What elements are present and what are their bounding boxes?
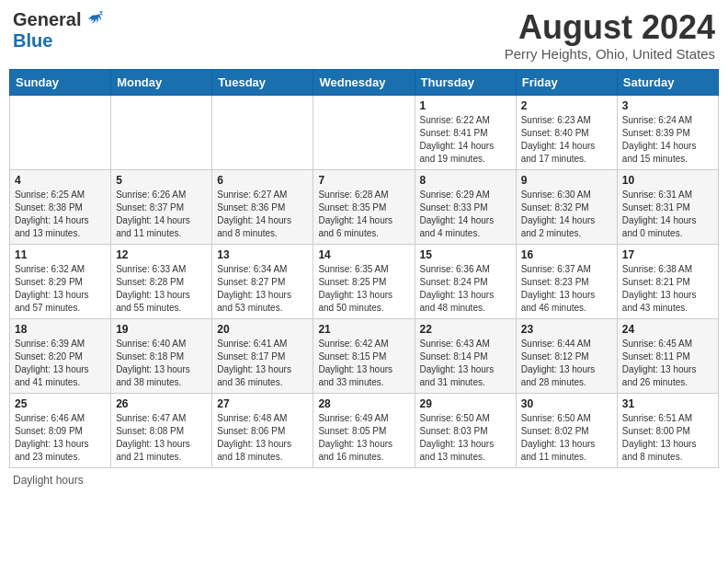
page-header: General Blue August 2024 Perry Heights, … (9, 9, 719, 62)
day-info: Sunrise: 6:29 AM Sunset: 8:33 PM Dayligh… (420, 189, 511, 240)
calendar-cell: 6Sunrise: 6:27 AM Sunset: 8:36 PM Daylig… (212, 169, 313, 244)
day-number: 4 (15, 174, 106, 187)
day-number: 24 (622, 323, 713, 336)
calendar-cell: 16Sunrise: 6:37 AM Sunset: 8:23 PM Dayli… (516, 244, 617, 318)
day-number: 21 (318, 323, 409, 336)
calendar-cell: 14Sunrise: 6:35 AM Sunset: 8:25 PM Dayli… (313, 244, 415, 318)
calendar-cell: 31Sunrise: 6:51 AM Sunset: 8:00 PM Dayli… (617, 393, 718, 467)
calendar-cell: 2Sunrise: 6:23 AM Sunset: 8:40 PM Daylig… (516, 95, 617, 169)
day-number: 30 (521, 397, 612, 410)
weekday-header-wednesday: Wednesday (313, 69, 415, 95)
calendar-cell: 29Sunrise: 6:50 AM Sunset: 8:03 PM Dayli… (415, 393, 516, 467)
day-info: Sunrise: 6:32 AM Sunset: 8:29 PM Dayligh… (15, 263, 106, 315)
calendar-cell: 25Sunrise: 6:46 AM Sunset: 8:09 PM Dayli… (10, 393, 111, 467)
footer: Daylight hours (9, 474, 719, 487)
day-info: Sunrise: 6:26 AM Sunset: 8:37 PM Dayligh… (116, 189, 207, 240)
title-area: August 2024 Perry Heights, Ohio, United … (505, 9, 715, 62)
day-number: 1 (420, 99, 511, 112)
calendar-cell: 27Sunrise: 6:48 AM Sunset: 8:06 PM Dayli… (212, 393, 313, 467)
day-number: 27 (217, 397, 308, 410)
day-info: Sunrise: 6:41 AM Sunset: 8:17 PM Dayligh… (217, 338, 308, 389)
calendar-cell: 4Sunrise: 6:25 AM Sunset: 8:38 PM Daylig… (10, 169, 111, 244)
weekday-header-monday: Monday (111, 69, 212, 95)
day-info: Sunrise: 6:50 AM Sunset: 8:03 PM Dayligh… (420, 412, 511, 464)
logo-bird-icon (85, 10, 105, 30)
calendar-cell: 24Sunrise: 6:45 AM Sunset: 8:11 PM Dayli… (617, 318, 718, 393)
day-number: 9 (521, 174, 612, 187)
day-number: 17 (622, 248, 713, 261)
calendar-cell: 22Sunrise: 6:43 AM Sunset: 8:14 PM Dayli… (415, 318, 516, 393)
day-number: 18 (15, 323, 106, 336)
day-info: Sunrise: 6:25 AM Sunset: 8:38 PM Dayligh… (15, 189, 106, 240)
day-number: 19 (116, 323, 207, 336)
day-number: 14 (318, 248, 409, 261)
day-number: 11 (15, 248, 106, 261)
day-number: 26 (116, 397, 207, 410)
calendar-cell (111, 95, 212, 169)
calendar-week-5: 25Sunrise: 6:46 AM Sunset: 8:09 PM Dayli… (10, 393, 719, 467)
weekday-header-sunday: Sunday (10, 69, 111, 95)
calendar-cell: 23Sunrise: 6:44 AM Sunset: 8:12 PM Dayli… (516, 318, 617, 393)
logo-blue-text: Blue (13, 30, 52, 52)
day-number: 20 (217, 323, 308, 336)
calendar-cell: 1Sunrise: 6:22 AM Sunset: 8:41 PM Daylig… (415, 95, 516, 169)
calendar-week-4: 18Sunrise: 6:39 AM Sunset: 8:20 PM Dayli… (10, 318, 719, 393)
day-info: Sunrise: 6:31 AM Sunset: 8:31 PM Dayligh… (622, 189, 713, 240)
calendar-table: SundayMondayTuesdayWednesdayThursdayFrid… (9, 69, 719, 468)
day-number: 5 (116, 174, 207, 187)
location: Perry Heights, Ohio, United States (505, 46, 715, 62)
day-info: Sunrise: 6:46 AM Sunset: 8:09 PM Dayligh… (15, 412, 106, 464)
day-info: Sunrise: 6:44 AM Sunset: 8:12 PM Dayligh… (521, 338, 612, 389)
calendar-cell: 21Sunrise: 6:42 AM Sunset: 8:15 PM Dayli… (313, 318, 415, 393)
logo-general-text: General (13, 9, 81, 30)
day-number: 13 (217, 248, 308, 261)
day-info: Sunrise: 6:34 AM Sunset: 8:27 PM Dayligh… (217, 263, 308, 315)
day-info: Sunrise: 6:27 AM Sunset: 8:36 PM Dayligh… (217, 189, 308, 240)
calendar-cell: 19Sunrise: 6:40 AM Sunset: 8:18 PM Dayli… (111, 318, 212, 393)
day-number: 10 (622, 174, 713, 187)
day-info: Sunrise: 6:47 AM Sunset: 8:08 PM Dayligh… (116, 412, 207, 464)
calendar-cell: 11Sunrise: 6:32 AM Sunset: 8:29 PM Dayli… (10, 244, 111, 318)
day-info: Sunrise: 6:39 AM Sunset: 8:20 PM Dayligh… (15, 338, 106, 389)
calendar-week-2: 4Sunrise: 6:25 AM Sunset: 8:38 PM Daylig… (10, 169, 719, 244)
day-info: Sunrise: 6:35 AM Sunset: 8:25 PM Dayligh… (318, 263, 409, 315)
day-info: Sunrise: 6:37 AM Sunset: 8:23 PM Dayligh… (521, 263, 612, 315)
day-number: 12 (116, 248, 207, 261)
weekday-header-thursday: Thursday (415, 69, 516, 95)
calendar-cell (10, 95, 111, 169)
day-number: 22 (420, 323, 511, 336)
calendar-cell: 7Sunrise: 6:28 AM Sunset: 8:35 PM Daylig… (313, 169, 415, 244)
day-info: Sunrise: 6:42 AM Sunset: 8:15 PM Dayligh… (318, 338, 409, 389)
day-number: 6 (217, 174, 308, 187)
calendar-cell: 3Sunrise: 6:24 AM Sunset: 8:39 PM Daylig… (617, 95, 718, 169)
calendar-cell: 17Sunrise: 6:38 AM Sunset: 8:21 PM Dayli… (617, 244, 718, 318)
weekday-header-saturday: Saturday (617, 69, 718, 95)
calendar-cell: 10Sunrise: 6:31 AM Sunset: 8:31 PM Dayli… (617, 169, 718, 244)
day-number: 29 (420, 397, 511, 410)
day-info: Sunrise: 6:24 AM Sunset: 8:39 PM Dayligh… (622, 114, 713, 166)
calendar-cell: 20Sunrise: 6:41 AM Sunset: 8:17 PM Dayli… (212, 318, 313, 393)
calendar-cell: 30Sunrise: 6:50 AM Sunset: 8:02 PM Dayli… (516, 393, 617, 467)
calendar-cell: 26Sunrise: 6:47 AM Sunset: 8:08 PM Dayli… (111, 393, 212, 467)
day-info: Sunrise: 6:23 AM Sunset: 8:40 PM Dayligh… (521, 114, 612, 166)
day-number: 25 (15, 397, 106, 410)
day-info: Sunrise: 6:49 AM Sunset: 8:05 PM Dayligh… (318, 412, 409, 464)
day-info: Sunrise: 6:38 AM Sunset: 8:21 PM Dayligh… (622, 263, 713, 315)
day-number: 3 (622, 99, 713, 112)
day-number: 15 (420, 248, 511, 261)
calendar-cell: 28Sunrise: 6:49 AM Sunset: 8:05 PM Dayli… (313, 393, 415, 467)
calendar-week-3: 11Sunrise: 6:32 AM Sunset: 8:29 PM Dayli… (10, 244, 719, 318)
day-number: 8 (420, 174, 511, 187)
calendar-week-1: 1Sunrise: 6:22 AM Sunset: 8:41 PM Daylig… (10, 95, 719, 169)
day-number: 31 (622, 397, 713, 410)
day-info: Sunrise: 6:28 AM Sunset: 8:35 PM Dayligh… (318, 189, 409, 240)
calendar-cell: 9Sunrise: 6:30 AM Sunset: 8:32 PM Daylig… (516, 169, 617, 244)
day-info: Sunrise: 6:50 AM Sunset: 8:02 PM Dayligh… (521, 412, 612, 464)
calendar-cell: 18Sunrise: 6:39 AM Sunset: 8:20 PM Dayli… (10, 318, 111, 393)
day-info: Sunrise: 6:22 AM Sunset: 8:41 PM Dayligh… (420, 114, 511, 166)
calendar-cell: 13Sunrise: 6:34 AM Sunset: 8:27 PM Dayli… (212, 244, 313, 318)
calendar-cell (313, 95, 415, 169)
calendar-header-row: SundayMondayTuesdayWednesdayThursdayFrid… (10, 69, 719, 95)
weekday-header-friday: Friday (516, 69, 617, 95)
calendar-cell: 15Sunrise: 6:36 AM Sunset: 8:24 PM Dayli… (415, 244, 516, 318)
